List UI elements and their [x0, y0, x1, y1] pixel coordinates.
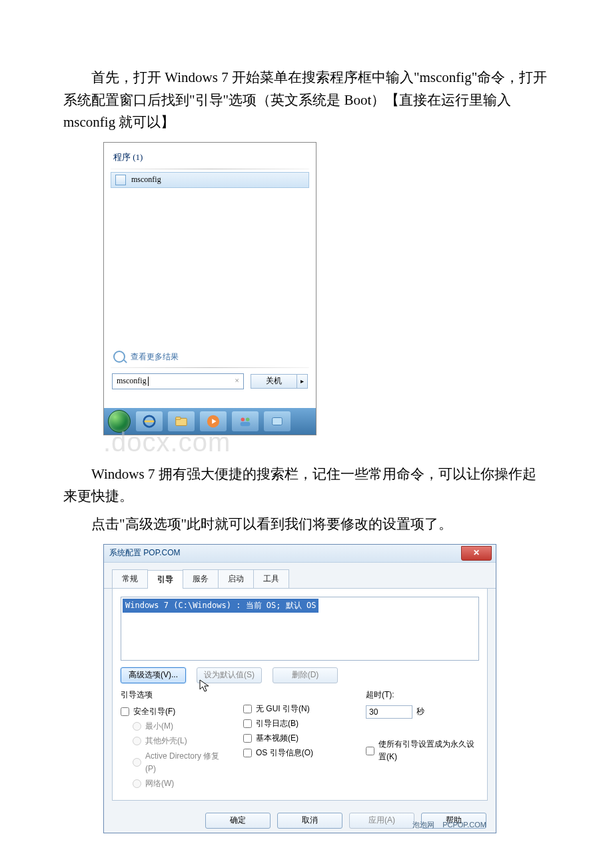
- text-caret: [148, 377, 149, 386]
- opt-label: 安全引导(F): [133, 705, 175, 718]
- svg-point-4: [241, 417, 245, 421]
- system-config-dialog: 系统配置 POP.COM ✕ 常规 引导 服务 启动 工具 Windows 7 …: [103, 544, 496, 834]
- tab-boot[interactable]: 引导: [147, 570, 183, 589]
- search-icon: [113, 351, 125, 363]
- search-result-label: msconfig: [131, 173, 161, 186]
- radio: [133, 779, 141, 788]
- checkbox[interactable]: [243, 719, 252, 728]
- dialog-titlebar: 系统配置 POP.COM ✕: [104, 545, 496, 563]
- set-default-button[interactable]: 设为默认值(S): [197, 667, 262, 683]
- svg-point-5: [246, 417, 250, 421]
- paragraph-2: Windows 7 拥有强大便捷的搜索栏，记住一些常用命令，可以让你操作起来更快…: [63, 463, 550, 508]
- svg-rect-2: [176, 417, 181, 419]
- shutdown-button[interactable]: 关机: [251, 374, 297, 389]
- dialog-footnote: 泡泡网 PCPOP.COM: [412, 819, 486, 831]
- opt-label: Active Directory 修复(P): [145, 750, 230, 775]
- msconfig-icon: [115, 175, 126, 185]
- opt-label: 网络(W): [145, 777, 174, 790]
- opt-label: 其他外壳(L): [145, 735, 187, 747]
- opt-ad-repair: Active Directory 修复(P): [133, 750, 230, 775]
- opt-no-gui-boot[interactable]: 无 GUI 引导(N): [243, 703, 352, 715]
- see-more-results[interactable]: 查看更多结果: [107, 348, 313, 366]
- search-input[interactable]: msconfig ×: [112, 373, 244, 389]
- timeout-input[interactable]: [366, 705, 412, 719]
- opt-base-video[interactable]: 基本视频(E): [243, 732, 352, 745]
- opt-alt-shell: 其他外壳(L): [133, 735, 230, 747]
- taskbar-media-icon[interactable]: [200, 411, 227, 431]
- divider: [111, 169, 309, 169]
- taskbar-people-icon[interactable]: [232, 411, 259, 431]
- checkbox[interactable]: [243, 705, 252, 713]
- paragraph-3: 点击"高级选项"此时就可以看到我们将要修改的设置项了。: [63, 513, 550, 536]
- checkbox[interactable]: [366, 747, 374, 755]
- footnote-site-en: PCPOP.COM: [442, 819, 486, 831]
- opt-label: 引导日志(B): [256, 717, 299, 730]
- search-result-item[interactable]: msconfig: [111, 172, 309, 188]
- tab-startup[interactable]: 启动: [218, 569, 254, 588]
- programs-header: 程序 (1): [107, 145, 313, 167]
- os-entry[interactable]: Windows 7 (C:\Windows) : 当前 OS; 默认 OS: [123, 599, 318, 613]
- timeout-label: 超时(T):: [366, 689, 479, 701]
- ok-button[interactable]: 确定: [205, 813, 271, 829]
- svg-rect-7: [273, 417, 283, 425]
- timeout-unit: 秒: [416, 705, 424, 718]
- checkbox[interactable]: [243, 749, 252, 757]
- opt-label: 基本视频(E): [256, 732, 299, 745]
- tab-services[interactable]: 服务: [183, 569, 219, 588]
- boot-options-label: 引导选项: [121, 689, 230, 701]
- radio: [133, 737, 141, 745]
- opt-minimal: 最小(M): [133, 720, 230, 733]
- delete-button[interactable]: 删除(D): [273, 667, 338, 683]
- shutdown-menu-arrow[interactable]: ▸: [297, 374, 308, 389]
- opt-boot-log[interactable]: 引导日志(B): [243, 717, 352, 730]
- clear-search-icon[interactable]: ×: [235, 375, 239, 387]
- opt-make-permanent[interactable]: 使所有引导设置成为永久设置(K): [366, 738, 479, 763]
- taskbar-app-icon[interactable]: [264, 411, 291, 431]
- apply-button[interactable]: 应用(A): [349, 813, 414, 829]
- close-button[interactable]: ✕: [461, 546, 492, 561]
- checkbox[interactable]: [121, 707, 129, 716]
- checkbox[interactable]: [243, 734, 252, 743]
- taskbar-ie-icon[interactable]: [136, 411, 163, 431]
- search-value: msconfig: [117, 375, 147, 387]
- tab-strip: 常规 引导 服务 启动 工具: [104, 563, 496, 589]
- opt-label: OS 引导信息(O): [256, 747, 313, 759]
- advanced-options-button[interactable]: 高级选项(V)...: [121, 667, 186, 683]
- tab-general[interactable]: 常规: [112, 569, 148, 588]
- radio: [133, 758, 141, 767]
- paragraph-1: 首先，打开 Windows 7 开始菜单在搜索程序框中输入"msconfig"命…: [63, 67, 550, 134]
- cancel-button[interactable]: 取消: [277, 813, 342, 829]
- see-more-label: 查看更多结果: [131, 351, 179, 363]
- start-orb-icon[interactable]: [108, 410, 131, 433]
- dialog-title-text: 系统配置 POP.COM: [109, 547, 180, 559]
- opt-os-boot-info[interactable]: OS 引导信息(O): [243, 747, 352, 759]
- start-menu-figure: 程序 (1) msconfig 查看更多结果 msconfig ×: [103, 142, 316, 435]
- opt-network: 网络(W): [133, 777, 230, 790]
- opt-label: 最小(M): [145, 720, 173, 733]
- svg-rect-6: [241, 422, 251, 426]
- taskbar-explorer-icon[interactable]: [168, 411, 195, 431]
- opt-label: 无 GUI 引导(N): [256, 703, 310, 715]
- footnote-site-cn: 泡泡网: [412, 819, 434, 831]
- tab-tools[interactable]: 工具: [253, 569, 289, 588]
- taskbar: [104, 408, 316, 435]
- divider: [111, 367, 309, 368]
- radio: [133, 722, 141, 731]
- opt-label: 使所有引导设置成为永久设置(K): [378, 738, 479, 763]
- opt-safe-boot[interactable]: 安全引导(F): [121, 705, 230, 718]
- os-list[interactable]: Windows 7 (C:\Windows) : 当前 OS; 默认 OS: [121, 597, 479, 661]
